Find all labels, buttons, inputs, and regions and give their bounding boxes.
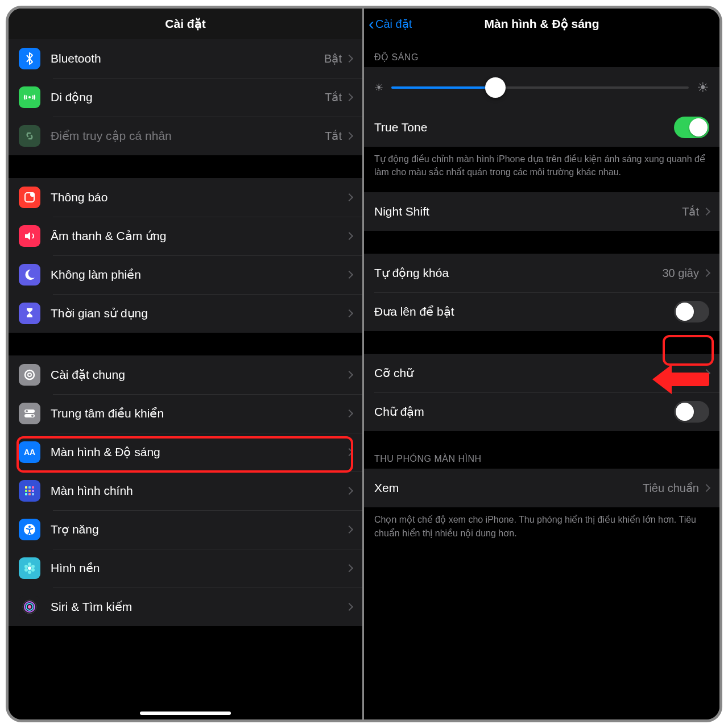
nav-bar: ‹ Cài đặt Màn hình & Độ sáng — [364, 9, 719, 39]
row-value: Tắt — [325, 90, 342, 104]
chevron-right-icon — [345, 526, 353, 533]
settings-list-screen: Cài đặt Bluetooth Bật Di động — [9, 9, 364, 719]
nav-bar: Cài đặt — [9, 9, 362, 39]
svg-point-24 — [28, 570, 31, 574]
row-label: Đưa lên để bật — [374, 305, 674, 318]
sun-small-icon: ☀ — [374, 81, 383, 94]
chevron-right-icon — [345, 93, 353, 101]
row-autolock[interactable]: Tự động khóa 30 giây — [364, 254, 719, 292]
row-label: Trợ năng — [51, 523, 346, 536]
siri-icon — [19, 596, 40, 618]
chevron-right-icon — [345, 487, 353, 495]
aa-icon: AA — [19, 441, 40, 463]
row-label: Hình nền — [51, 561, 346, 575]
row-nightshift[interactable]: Night Shift Tắt — [364, 192, 719, 231]
row-raise-to-wake: Đưa lên để bật — [364, 292, 719, 331]
display-brightness-screen: ‹ Cài đặt Màn hình & Độ sáng ĐỘ SÁNG ☀ ☀… — [364, 9, 719, 719]
row-truetone: True Tone — [364, 108, 719, 147]
chevron-right-icon — [345, 232, 353, 240]
settings-scroll[interactable]: Bluetooth Bật Di động Tắt Điểm t — [9, 39, 362, 719]
sound-icon — [19, 225, 40, 247]
row-dnd[interactable]: Không làm phiền — [9, 255, 362, 294]
truetone-toggle[interactable] — [674, 117, 709, 138]
chevron-right-icon — [345, 603, 353, 611]
moon-icon — [19, 264, 40, 286]
row-sounds[interactable]: Âm thanh & Cảm ứng — [9, 217, 362, 255]
chevron-right-icon — [345, 564, 353, 572]
row-notifications[interactable]: Thông báo — [9, 178, 362, 217]
svg-rect-10 — [28, 486, 31, 489]
section-header-brightness: ĐỘ SÁNG — [364, 39, 719, 67]
row-display-brightness[interactable]: AA Màn hình & Độ sáng — [9, 433, 362, 471]
chevron-right-icon — [345, 193, 353, 201]
row-value: Tắt — [325, 129, 342, 143]
row-screentime[interactable]: Thời gian sử dụng — [9, 294, 362, 333]
svg-point-4 — [28, 373, 31, 377]
slider-knob[interactable] — [485, 77, 506, 98]
back-button[interactable]: ‹ Cài đặt — [369, 9, 412, 39]
svg-point-8 — [31, 415, 34, 417]
back-label: Cài đặt — [375, 17, 412, 31]
row-hotspot[interactable]: Điểm truy cập cá nhân Tắt — [9, 117, 362, 155]
svg-point-25 — [24, 568, 28, 572]
chevron-right-icon — [345, 55, 353, 63]
chevron-right-icon — [702, 484, 710, 492]
row-siri[interactable]: Siri & Tìm kiếm — [9, 588, 362, 626]
svg-rect-9 — [25, 486, 27, 489]
chevron-right-icon — [345, 448, 353, 456]
svg-point-0 — [28, 96, 31, 98]
flower-icon — [19, 557, 40, 579]
row-label: Chữ đậm — [374, 405, 674, 419]
svg-rect-17 — [32, 493, 34, 495]
svg-rect-14 — [32, 490, 34, 492]
row-wallpaper[interactable]: Hình nền — [9, 549, 362, 588]
row-home-screen[interactable]: Màn hình chính — [9, 471, 362, 510]
row-label: Bluetooth — [51, 52, 324, 65]
raise-to-wake-toggle[interactable] — [674, 301, 709, 322]
row-label: Trung tâm điều khiển — [51, 407, 346, 420]
row-label: Siri & Tìm kiếm — [51, 600, 346, 614]
svg-point-2 — [30, 192, 35, 197]
row-label: Cài đặt chung — [51, 368, 346, 382]
svg-point-20 — [28, 566, 31, 570]
svg-rect-11 — [32, 486, 34, 489]
gear-icon — [19, 364, 40, 386]
row-label: Màn hình chính — [51, 484, 346, 498]
home-indicator[interactable] — [140, 712, 231, 715]
row-label: Không làm phiền — [51, 268, 346, 282]
svg-point-23 — [31, 568, 35, 572]
svg-rect-12 — [25, 490, 27, 492]
page-title: Cài đặt — [165, 17, 205, 31]
svg-rect-16 — [28, 493, 31, 495]
brightness-slider[interactable] — [391, 86, 689, 89]
chevron-right-icon — [345, 132, 353, 140]
toggles-icon — [19, 403, 40, 424]
row-bluetooth[interactable]: Bluetooth Bật — [9, 39, 362, 78]
view-description: Chọn một chế độ xem cho iPhone. Thu phón… — [364, 507, 719, 547]
row-control-center[interactable]: Trung tâm điều khiển — [9, 394, 362, 433]
truetone-description: Tự động điều chỉnh màn hình iPhone dựa t… — [364, 147, 719, 187]
accessibility-icon — [19, 519, 40, 540]
bold-text-toggle[interactable] — [674, 401, 709, 423]
row-label: Âm thanh & Cảm ứng — [51, 229, 346, 243]
chevron-right-icon — [345, 410, 353, 417]
row-label: Điểm truy cập cá nhân — [51, 129, 325, 143]
row-value: Tắt — [682, 205, 699, 218]
grid-icon — [19, 480, 40, 502]
row-value: Tiêu chuẩn — [643, 481, 699, 495]
row-label: Thông báo — [51, 191, 346, 204]
svg-point-19 — [28, 526, 31, 528]
svg-point-7 — [26, 410, 28, 412]
row-accessibility[interactable]: Trợ năng — [9, 510, 362, 549]
sun-large-icon: ☀ — [697, 80, 709, 96]
svg-point-21 — [28, 562, 31, 566]
row-cellular[interactable]: Di động Tắt — [9, 78, 362, 117]
row-general[interactable]: Cài đặt chung — [9, 355, 362, 394]
antenna-icon — [19, 86, 40, 108]
row-label: Tự động khóa — [374, 266, 663, 280]
row-label: Màn hình & Độ sáng — [51, 445, 346, 459]
row-label: Xem — [374, 481, 643, 495]
svg-point-26 — [24, 565, 28, 568]
svg-rect-13 — [28, 490, 31, 492]
row-view[interactable]: Xem Tiêu chuẩn — [364, 469, 719, 507]
